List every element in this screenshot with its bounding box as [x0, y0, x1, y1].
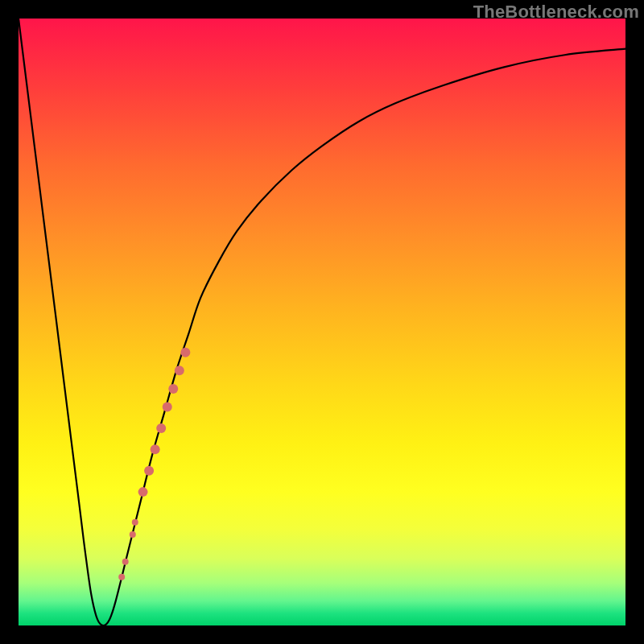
- highlight-dot: [138, 487, 148, 497]
- highlight-dot: [156, 423, 166, 433]
- highlight-dot: [144, 466, 154, 476]
- highlight-dot: [132, 519, 138, 526]
- highlight-dot: [180, 348, 190, 357]
- highlight-dot: [118, 574, 125, 580]
- highlight-dot: [163, 402, 172, 412]
- highlight-dot: [122, 559, 129, 565]
- highlight-dot: [175, 365, 184, 375]
- highlight-dot: [168, 384, 178, 394]
- chart-frame: TheBottleneck.com: [0, 0, 644, 644]
- watermark-text: TheBottleneck.com: [473, 2, 639, 23]
- highlight-dot: [130, 531, 136, 538]
- bottleneck-curve: [19, 19, 625, 625]
- plot-area: [19, 19, 625, 625]
- highlight-dot: [151, 444, 160, 454]
- chart-svg: [19, 19, 625, 625]
